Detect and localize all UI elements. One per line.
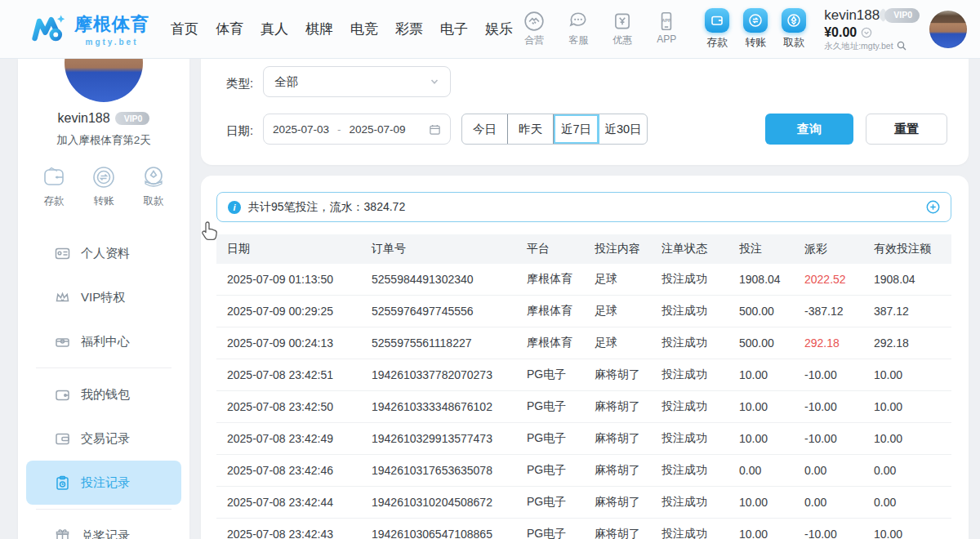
- type-select-value: 全部: [274, 74, 298, 90]
- cell-platform: PG电子: [527, 431, 595, 446]
- wallet-icon: [55, 387, 70, 403]
- cell-valid-amount: 1908.04: [874, 273, 951, 286]
- table-row: 2025-07-09 01:13:50 5255984491302340 摩根体…: [216, 264, 951, 296]
- range-7days-button[interactable]: 近7日: [554, 114, 599, 144]
- benefits-icon: [55, 334, 70, 350]
- calendar-icon: [429, 123, 441, 136]
- sidebar-item-bet-records[interactable]: 投注记录: [26, 461, 181, 505]
- type-filter-label: 类型:: [226, 76, 253, 91]
- app-download-link[interactable]: APP APP: [649, 11, 684, 47]
- crown-icon: [55, 290, 70, 305]
- logo-mark-icon: [31, 11, 67, 47]
- username[interactable]: kevin188: [824, 7, 880, 24]
- type-select[interactable]: 全部: [263, 66, 451, 97]
- cell-bet-content: 麻将胡了: [595, 495, 662, 510]
- col-payout: 派彩: [804, 242, 874, 256]
- cell-date: 2025-07-08 23:42:46: [227, 464, 372, 477]
- cell-bet-amount: 500.00: [739, 336, 804, 350]
- sidebar-transfer-button[interactable]: 转账: [90, 163, 118, 208]
- deposit-button[interactable]: 存款: [705, 8, 729, 50]
- table-body: 2025-07-09 01:13:50 5255984491302340 摩根体…: [216, 264, 951, 539]
- bet-records-icon: [55, 475, 70, 491]
- nav-item-sports[interactable]: 体育: [216, 20, 243, 38]
- sidebar: kevin188 VIP0 加入摩根体育第2天 存款 转账: [18, 59, 189, 539]
- cell-payout: -10.00: [804, 432, 874, 445]
- nav-item-home[interactable]: 首页: [171, 20, 198, 38]
- nav-item-lottery[interactable]: 彩票: [395, 20, 423, 38]
- cell-status: 投注成功: [662, 368, 739, 382]
- cell-bet-amount: 10.00: [739, 368, 804, 381]
- date-range-input[interactable]: 2025-07-03 - 2025-07-09: [263, 114, 451, 145]
- app-icon: APP: [656, 11, 677, 32]
- cell-platform: PG电子: [527, 495, 595, 510]
- cell-bet-amount: 1908.04: [739, 273, 804, 286]
- nav-item-esports[interactable]: 电竞: [350, 20, 378, 38]
- cell-date: 2025-07-09 00:24:13: [227, 336, 372, 350]
- date-filter-label: 日期:: [226, 123, 253, 139]
- partnership-link[interactable]: 合营: [517, 11, 551, 47]
- cell-order-number: 1942610310204508672: [372, 496, 527, 509]
- promotions-link[interactable]: 优惠: [605, 11, 639, 47]
- svg-text:APP: APP: [662, 18, 671, 23]
- logo-title: 摩根体育: [74, 12, 149, 37]
- col-status: 注单状态: [662, 242, 739, 256]
- sidebar-item-profile[interactable]: 个人资料: [26, 231, 181, 275]
- col-content: 投注内容: [595, 242, 662, 256]
- chevron-down-icon: [430, 77, 439, 87]
- plus-circle-icon[interactable]: [926, 200, 940, 214]
- cell-valid-amount: 0.00: [874, 496, 951, 509]
- cell-payout: 292.18: [804, 336, 874, 350]
- cell-platform: PG电子: [527, 463, 595, 478]
- range-yesterday-button[interactable]: 昨天: [508, 114, 554, 144]
- cell-valid-amount: 10.00: [874, 432, 951, 445]
- transfer-button[interactable]: 转账: [743, 8, 768, 50]
- nav-item-live[interactable]: 真人: [261, 20, 288, 38]
- sidebar-item-benefits[interactable]: 福利中心: [26, 319, 181, 363]
- query-button[interactable]: 查询: [765, 114, 853, 145]
- cell-date: 2025-07-09 00:29:25: [227, 305, 372, 318]
- user-avatar[interactable]: [929, 11, 967, 48]
- sidebar-username: kevin188: [58, 111, 110, 126]
- cell-payout: -10.00: [804, 400, 874, 413]
- balance-toggle-icon[interactable]: [861, 27, 872, 38]
- transfer-icon: [743, 8, 768, 33]
- range-30days-button[interactable]: 近30日: [599, 114, 647, 144]
- sidebar-item-transactions[interactable]: 交易记录: [26, 416, 181, 461]
- col-date: 日期: [227, 242, 372, 256]
- magnifier-icon[interactable]: [897, 41, 906, 51]
- nav-item-entertainment[interactable]: 娱乐: [485, 20, 513, 38]
- nav-item-slots[interactable]: 电子: [440, 20, 468, 38]
- cell-valid-amount: 10.00: [874, 528, 951, 539]
- customer-service-link[interactable]: 客服: [561, 11, 595, 47]
- cell-order-number: 1942610333348676102: [372, 400, 527, 413]
- range-today-button[interactable]: 今日: [462, 114, 508, 144]
- support-icon: [568, 11, 589, 32]
- filter-panel: 类型: 全部 日期: 2025-07-03 - 2025-07-09 今日 昨天…: [201, 59, 969, 165]
- table-row: 2025-07-08 23:42:43 1942610306547108865 …: [216, 519, 951, 539]
- sidebar-item-vip[interactable]: VIP特权: [26, 275, 181, 319]
- transfer-icon: [90, 163, 118, 191]
- cell-valid-amount: 292.18: [874, 336, 951, 350]
- sidebar-avatar[interactable]: [65, 59, 143, 102]
- cell-bet-content: 麻将胡了: [595, 399, 662, 414]
- permanent-domain-note: 永久地址:mgty.bet: [824, 41, 893, 51]
- site-logo[interactable]: 摩根体育 mgty.bet: [31, 11, 149, 47]
- withdraw-button[interactable]: 取款: [782, 8, 806, 50]
- menu-divider: [36, 509, 172, 510]
- sidebar-withdraw-button[interactable]: 取款: [140, 163, 167, 208]
- sidebar-deposit-button[interactable]: 存款: [40, 163, 68, 208]
- col-order: 订单号: [372, 242, 527, 256]
- sidebar-vip-badge: VIP0: [115, 112, 150, 125]
- nav-item-boardgames[interactable]: 棋牌: [305, 20, 333, 38]
- transactions-icon: [55, 431, 70, 447]
- sidebar-item-prize-records[interactable]: 兑奖记录: [26, 514, 181, 539]
- sidebar-item-wallet[interactable]: 我的钱包: [26, 372, 181, 416]
- cell-date: 2025-07-08 23:42:50: [227, 400, 372, 413]
- quick-range-group: 今日 昨天 近7日 近30日: [461, 114, 648, 145]
- reset-button[interactable]: 重置: [866, 114, 947, 145]
- cell-date: 2025-07-08 23:42:44: [227, 496, 372, 509]
- balance-amount: ¥0.00: [824, 24, 857, 41]
- cell-payout: 0.00: [804, 464, 874, 477]
- cell-order-number: 1942610317653635078: [372, 464, 527, 477]
- cell-valid-amount: 0.00: [874, 464, 951, 477]
